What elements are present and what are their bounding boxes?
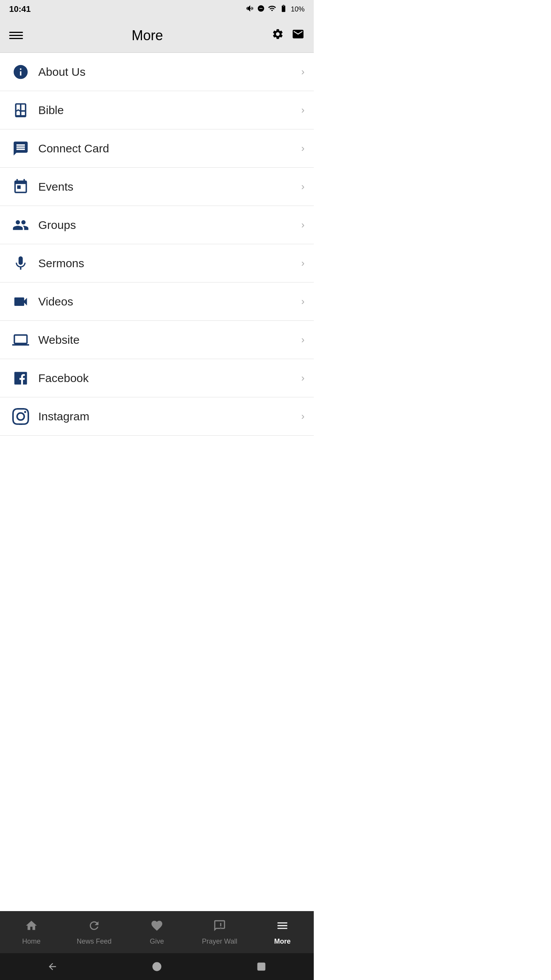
- info-icon: [9, 64, 32, 80]
- menu-label-bible: Bible: [32, 104, 301, 117]
- page-title: More: [132, 28, 163, 44]
- wifi-icon: [268, 4, 276, 15]
- book-icon: [9, 102, 32, 119]
- chevron-right-icon: ›: [301, 410, 305, 422]
- header: More: [0, 18, 314, 53]
- battery-icon: [279, 4, 288, 15]
- menu-label-groups: Groups: [32, 219, 301, 232]
- menu-label-about-us: About Us: [32, 65, 301, 78]
- menu-label-instagram: Instagram: [32, 410, 301, 423]
- status-bar: 10:41 10%: [0, 0, 314, 18]
- menu-label-facebook: Facebook: [32, 372, 301, 385]
- chat-icon: [9, 140, 32, 157]
- chevron-right-icon: ›: [301, 181, 305, 193]
- header-actions: [272, 28, 305, 43]
- menu-item-sermons[interactable]: Sermons ›: [0, 244, 314, 283]
- hamburger-menu-button[interactable]: [9, 32, 23, 39]
- chevron-right-icon: ›: [301, 257, 305, 269]
- battery-percentage: 10%: [291, 5, 305, 13]
- instagram-icon: [9, 408, 32, 425]
- monitor-icon: [9, 332, 32, 348]
- settings-icon[interactable]: [272, 28, 284, 43]
- menu-label-connect-card: Connect Card: [32, 142, 301, 155]
- status-time: 10:41: [9, 4, 31, 14]
- chevron-right-icon: ›: [301, 104, 305, 116]
- menu-label-videos: Videos: [32, 295, 301, 308]
- chevron-right-icon: ›: [301, 219, 305, 231]
- menu-item-website[interactable]: Website ›: [0, 321, 314, 359]
- facebook-icon: [9, 370, 32, 387]
- menu-item-facebook[interactable]: Facebook ›: [0, 359, 314, 397]
- menu-item-connect-card[interactable]: Connect Card ›: [0, 129, 314, 168]
- chevron-right-icon: ›: [301, 142, 305, 154]
- vibrate-icon: [246, 5, 254, 14]
- chevron-right-icon: ›: [301, 66, 305, 78]
- microphone-icon: [9, 255, 32, 272]
- chevron-right-icon: ›: [301, 296, 305, 307]
- menu-label-sermons: Sermons: [32, 257, 301, 270]
- video-icon: [9, 293, 32, 310]
- dnd-icon: [257, 5, 265, 14]
- people-icon: [9, 217, 32, 234]
- chevron-right-icon: ›: [301, 334, 305, 346]
- chevron-right-icon: ›: [301, 372, 305, 384]
- menu-item-about-us[interactable]: About Us ›: [0, 53, 314, 91]
- menu-item-instagram[interactable]: Instagram ›: [0, 397, 314, 436]
- mail-icon[interactable]: [292, 28, 305, 43]
- menu-item-videos[interactable]: Videos ›: [0, 283, 314, 321]
- menu-label-website: Website: [32, 333, 301, 346]
- calendar-icon: [9, 178, 32, 195]
- menu-item-groups[interactable]: Groups ›: [0, 206, 314, 244]
- status-icons: 10%: [246, 4, 305, 15]
- menu-item-events[interactable]: Events ›: [0, 168, 314, 206]
- menu-list: About Us › Bible › Connect Card › Events…: [0, 53, 314, 436]
- menu-item-bible[interactable]: Bible ›: [0, 91, 314, 129]
- menu-label-events: Events: [32, 180, 301, 193]
